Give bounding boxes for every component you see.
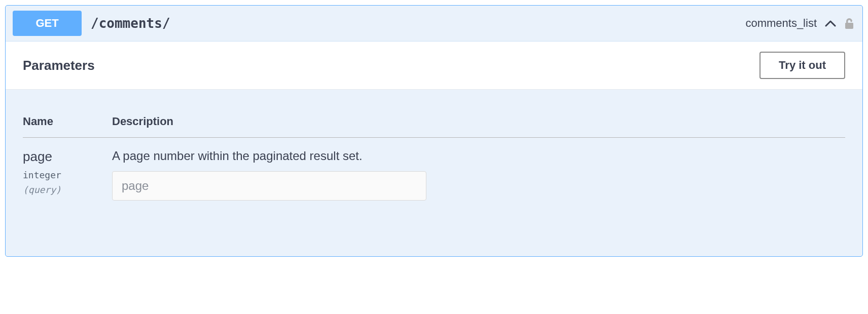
- column-header-description: Description: [112, 115, 845, 138]
- param-description: A page number within the paginated resul…: [112, 149, 845, 163]
- column-header-name: Name: [23, 115, 112, 138]
- table-row: page integer (query) A page number withi…: [23, 138, 845, 201]
- chevron-up-icon[interactable]: [824, 17, 837, 30]
- param-name: page: [23, 149, 112, 165]
- svg-rect-0: [845, 23, 853, 29]
- try-it-out-button[interactable]: Try it out: [760, 52, 845, 79]
- parameters-table: Name Description page integer (query) A …: [23, 115, 845, 201]
- param-input-page[interactable]: [112, 171, 426, 201]
- unlock-icon[interactable]: [843, 17, 855, 29]
- operation-id: comments_list: [745, 17, 817, 30]
- parameters-title: Parameters: [23, 58, 95, 73]
- endpoint-path: /comments/: [91, 16, 745, 31]
- param-type: integer: [23, 170, 112, 180]
- operation-block: GET /comments/ comments_list Parameters …: [5, 5, 863, 257]
- http-method-badge: GET: [13, 11, 82, 36]
- parameters-body: Name Description page integer (query) A …: [6, 90, 862, 256]
- parameters-section-bar: Parameters Try it out: [6, 41, 862, 90]
- operation-header[interactable]: GET /comments/ comments_list: [6, 6, 862, 41]
- param-location: (query): [23, 184, 112, 195]
